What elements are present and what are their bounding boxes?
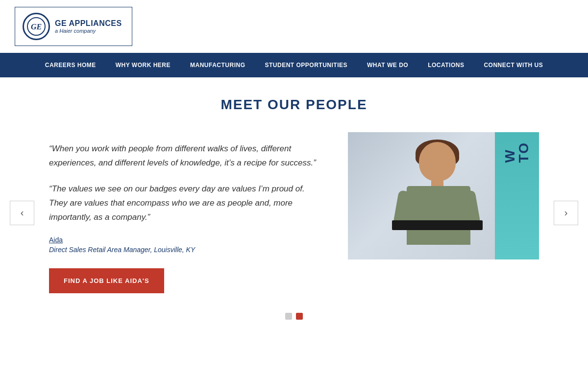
logo-text: GE APPLIANCES a Haier company [55,19,122,34]
nav-link-student-opportunities[interactable]: STUDENT OPPORTUNITIES [255,53,358,77]
svg-text:GE: GE [31,23,42,31]
head [419,142,456,181]
nav-item-locations[interactable]: LOCATIONS [418,53,474,77]
logo-sub-text: a Haier company [55,28,122,34]
nav-item-careers-home[interactable]: CAREERS HOME [35,53,106,77]
nav-link-locations[interactable]: LOCATIONS [418,53,474,77]
nav-item-student-opportunities[interactable]: STUDENT OPPORTUNITIES [255,53,358,77]
chevron-left-icon: ‹ [21,207,24,218]
person-image-section: WTO [348,132,539,259]
pagination-dot-2[interactable] [296,313,303,320]
header: GE GE APPLIANCES a Haier company [0,0,588,53]
banner-text: WTO [503,142,531,163]
body [407,186,470,245]
carousel-pagination [0,313,588,329]
logo[interactable]: GE GE APPLIANCES a Haier company [15,7,132,46]
carousel: ‹ “When you work with people from differ… [0,132,588,293]
person-title: Direct Sales Retail Area Manager, Louisv… [49,246,318,254]
nav-link-what-we-do[interactable]: WHAT WE DO [357,53,418,77]
laptop [392,220,483,230]
logo-brand-text: GE APPLIANCES [55,19,122,28]
nav-item-what-we-do[interactable]: WHAT WE DO [357,53,418,77]
nav-link-connect-with-us[interactable]: CONNECT WITH US [474,53,553,77]
nav-item-manufacturing[interactable]: MANUFACTURING [180,53,255,77]
carousel-content: “When you work with people from differen… [39,132,549,293]
carousel-prev-button[interactable]: ‹ [10,201,34,225]
logo-circle: GE [23,13,50,40]
ge-logo-svg: GE [26,17,46,36]
person-name[interactable]: Aida [49,236,318,244]
carousel-next-button[interactable]: › [554,201,578,225]
section-title: MEET OUR PEOPLE [0,97,588,113]
nav-link-why-work-here[interactable]: WHY WORK HERE [106,53,180,77]
woman-figure [372,142,510,255]
chevron-right-icon: › [564,207,568,218]
find-job-button[interactable]: FIND A JOB LIKE AIDA'S [49,268,164,293]
pagination-dot-1[interactable] [285,313,292,320]
teal-banner: WTO [495,132,539,259]
main-nav: CAREERS HOME WHY WORK HERE MANUFACTURING… [0,53,588,77]
person-image: WTO [348,132,539,259]
main-content: MEET OUR PEOPLE ‹ “When you work with pe… [0,77,588,344]
quote-text-2: “The values we see on our badges every d… [49,182,318,225]
nav-link-manufacturing[interactable]: MANUFACTURING [180,53,255,77]
quote-text-1: “When you work with people from differen… [49,142,318,170]
find-job-label: FIND A JOB LIKE AIDA'S [64,277,149,284]
nav-link-careers-home[interactable]: CAREERS HOME [35,53,106,77]
nav-item-why-work-here[interactable]: WHY WORK HERE [106,53,180,77]
quote-section: “When you work with people from differen… [49,132,318,293]
nav-item-connect-with-us[interactable]: CONNECT WITH US [474,53,553,77]
